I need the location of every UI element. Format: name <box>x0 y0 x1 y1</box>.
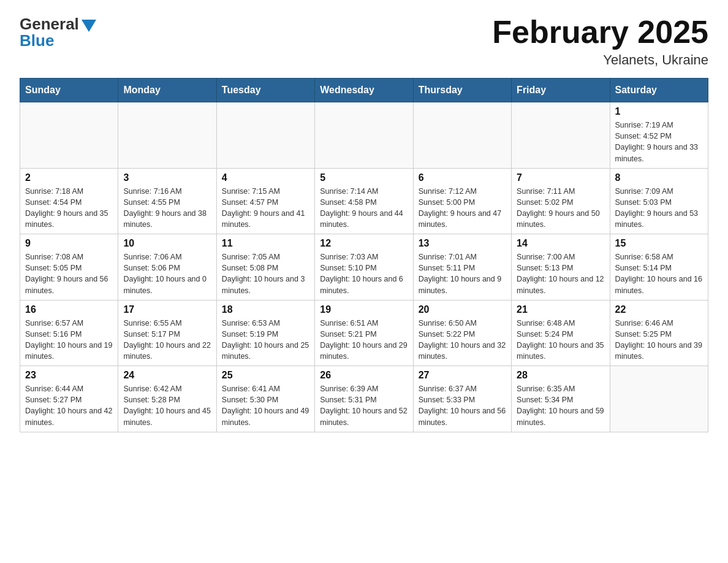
calendar-subtitle: Yelanets, Ukraine <box>492 52 708 68</box>
day-info: Sunrise: 7:19 AM Sunset: 4:52 PM Dayligh… <box>615 121 699 163</box>
calendar-cell <box>512 102 610 169</box>
day-info: Sunrise: 7:01 AM Sunset: 5:11 PM Dayligh… <box>419 253 502 294</box>
day-number: 20 <box>419 304 506 315</box>
day-number: 19 <box>320 304 408 315</box>
day-info: Sunrise: 6:55 AM Sunset: 5:17 PM Dayligh… <box>123 319 210 361</box>
calendar-cell: 22Sunrise: 6:46 AM Sunset: 5:25 PM Dayli… <box>610 300 708 366</box>
page-header: General Blue February 2025 Yelanets, Ukr… <box>20 15 708 68</box>
calendar-cell: 2Sunrise: 7:18 AM Sunset: 4:54 PM Daylig… <box>20 168 118 234</box>
calendar-cell: 5Sunrise: 7:14 AM Sunset: 4:58 PM Daylig… <box>315 168 413 234</box>
day-info: Sunrise: 7:15 AM Sunset: 4:57 PM Dayligh… <box>222 187 305 229</box>
day-info: Sunrise: 6:51 AM Sunset: 5:21 PM Dayligh… <box>320 319 407 361</box>
calendar-cell: 1Sunrise: 7:19 AM Sunset: 4:52 PM Daylig… <box>610 102 708 169</box>
day-info: Sunrise: 6:41 AM Sunset: 5:30 PM Dayligh… <box>222 385 309 426</box>
day-info: Sunrise: 6:37 AM Sunset: 5:33 PM Dayligh… <box>419 385 506 426</box>
day-info: Sunrise: 6:46 AM Sunset: 5:25 PM Dayligh… <box>615 319 702 361</box>
day-info: Sunrise: 6:57 AM Sunset: 5:16 PM Dayligh… <box>25 319 112 361</box>
week-row-3: 9Sunrise: 7:08 AM Sunset: 5:05 PM Daylig… <box>20 234 708 301</box>
logo-blue-text: Blue <box>20 31 54 50</box>
calendar-cell: 8Sunrise: 7:09 AM Sunset: 5:03 PM Daylig… <box>610 168 708 234</box>
day-info: Sunrise: 7:05 AM Sunset: 5:08 PM Dayligh… <box>222 253 305 294</box>
calendar-cell: 17Sunrise: 6:55 AM Sunset: 5:17 PM Dayli… <box>118 300 216 366</box>
day-info: Sunrise: 6:50 AM Sunset: 5:22 PM Dayligh… <box>419 319 506 361</box>
day-info: Sunrise: 7:14 AM Sunset: 4:58 PM Dayligh… <box>320 187 403 229</box>
calendar-cell: 10Sunrise: 7:06 AM Sunset: 5:06 PM Dayli… <box>118 234 216 301</box>
day-number: 10 <box>123 238 211 249</box>
day-number: 22 <box>615 304 703 315</box>
calendar-cell: 9Sunrise: 7:08 AM Sunset: 5:05 PM Daylig… <box>20 234 118 301</box>
day-info: Sunrise: 6:48 AM Sunset: 5:24 PM Dayligh… <box>517 319 604 361</box>
day-info: Sunrise: 7:11 AM Sunset: 5:02 PM Dayligh… <box>517 187 600 229</box>
logo-triangle-icon <box>82 20 96 32</box>
day-number: 5 <box>320 172 408 183</box>
header-saturday: Saturday <box>610 79 708 102</box>
day-number: 17 <box>123 304 211 315</box>
header-thursday: Thursday <box>413 79 511 102</box>
calendar-cell: 15Sunrise: 6:58 AM Sunset: 5:14 PM Dayli… <box>610 234 708 301</box>
calendar-cell <box>413 102 511 169</box>
day-number: 15 <box>615 238 703 249</box>
day-info: Sunrise: 6:35 AM Sunset: 5:34 PM Dayligh… <box>517 385 604 426</box>
week-row-5: 23Sunrise: 6:44 AM Sunset: 5:27 PM Dayli… <box>20 366 708 432</box>
day-number: 27 <box>419 370 506 381</box>
day-number: 11 <box>222 238 309 249</box>
day-number: 21 <box>517 304 604 315</box>
header-sunday: Sunday <box>20 79 118 102</box>
day-info: Sunrise: 7:18 AM Sunset: 4:54 PM Dayligh… <box>25 187 108 229</box>
logo: General Blue <box>20 15 96 50</box>
day-number: 9 <box>25 238 113 249</box>
day-number: 28 <box>517 370 604 381</box>
day-info: Sunrise: 6:58 AM Sunset: 5:14 PM Dayligh… <box>615 253 702 294</box>
day-info: Sunrise: 7:06 AM Sunset: 5:06 PM Dayligh… <box>123 253 207 294</box>
calendar-cell: 28Sunrise: 6:35 AM Sunset: 5:34 PM Dayli… <box>512 366 610 432</box>
day-number: 3 <box>123 172 211 183</box>
day-info: Sunrise: 6:39 AM Sunset: 5:31 PM Dayligh… <box>320 385 407 426</box>
day-number: 4 <box>222 172 309 183</box>
day-info: Sunrise: 7:09 AM Sunset: 5:03 PM Dayligh… <box>615 187 699 229</box>
header-monday: Monday <box>118 79 216 102</box>
day-number: 13 <box>419 238 506 249</box>
calendar-title: February 2025 <box>492 15 708 50</box>
calendar-table: Sunday Monday Tuesday Wednesday Thursday… <box>20 78 708 432</box>
header-wednesday: Wednesday <box>315 79 413 102</box>
calendar-cell: 16Sunrise: 6:57 AM Sunset: 5:16 PM Dayli… <box>20 300 118 366</box>
calendar-cell <box>20 102 118 169</box>
calendar-cell <box>315 102 413 169</box>
calendar-cell: 4Sunrise: 7:15 AM Sunset: 4:57 PM Daylig… <box>216 168 314 234</box>
day-number: 7 <box>517 172 604 183</box>
day-number: 12 <box>320 238 408 249</box>
calendar-cell: 18Sunrise: 6:53 AM Sunset: 5:19 PM Dayli… <box>216 300 314 366</box>
day-info: Sunrise: 7:08 AM Sunset: 5:05 PM Dayligh… <box>25 253 108 294</box>
day-number: 23 <box>25 370 113 381</box>
calendar-cell: 27Sunrise: 6:37 AM Sunset: 5:33 PM Dayli… <box>413 366 511 432</box>
header-friday: Friday <box>512 79 610 102</box>
week-row-4: 16Sunrise: 6:57 AM Sunset: 5:16 PM Dayli… <box>20 300 708 366</box>
day-number: 26 <box>320 370 408 381</box>
calendar-cell: 24Sunrise: 6:42 AM Sunset: 5:28 PM Dayli… <box>118 366 216 432</box>
day-info: Sunrise: 7:03 AM Sunset: 5:10 PM Dayligh… <box>320 253 403 294</box>
calendar-cell: 23Sunrise: 6:44 AM Sunset: 5:27 PM Dayli… <box>20 366 118 432</box>
calendar-cell: 7Sunrise: 7:11 AM Sunset: 5:02 PM Daylig… <box>512 168 610 234</box>
title-area: February 2025 Yelanets, Ukraine <box>492 15 708 68</box>
day-info: Sunrise: 6:44 AM Sunset: 5:27 PM Dayligh… <box>25 385 112 426</box>
day-number: 24 <box>123 370 211 381</box>
day-info: Sunrise: 7:12 AM Sunset: 5:00 PM Dayligh… <box>419 187 502 229</box>
day-number: 8 <box>615 172 703 183</box>
calendar-cell: 6Sunrise: 7:12 AM Sunset: 5:00 PM Daylig… <box>413 168 511 234</box>
calendar-cell: 25Sunrise: 6:41 AM Sunset: 5:30 PM Dayli… <box>216 366 314 432</box>
calendar-cell: 26Sunrise: 6:39 AM Sunset: 5:31 PM Dayli… <box>315 366 413 432</box>
day-number: 16 <box>25 304 113 315</box>
day-number: 2 <box>25 172 113 183</box>
calendar-cell <box>216 102 314 169</box>
header-tuesday: Tuesday <box>216 79 314 102</box>
weekday-header-row: Sunday Monday Tuesday Wednesday Thursday… <box>20 79 708 102</box>
calendar-cell: 20Sunrise: 6:50 AM Sunset: 5:22 PM Dayli… <box>413 300 511 366</box>
day-number: 25 <box>222 370 309 381</box>
calendar-cell: 19Sunrise: 6:51 AM Sunset: 5:21 PM Dayli… <box>315 300 413 366</box>
calendar-cell: 11Sunrise: 7:05 AM Sunset: 5:08 PM Dayli… <box>216 234 314 301</box>
calendar-cell: 21Sunrise: 6:48 AM Sunset: 5:24 PM Dayli… <box>512 300 610 366</box>
day-number: 14 <box>517 238 604 249</box>
calendar-cell <box>118 102 216 169</box>
day-number: 18 <box>222 304 309 315</box>
day-info: Sunrise: 6:42 AM Sunset: 5:28 PM Dayligh… <box>123 385 210 426</box>
